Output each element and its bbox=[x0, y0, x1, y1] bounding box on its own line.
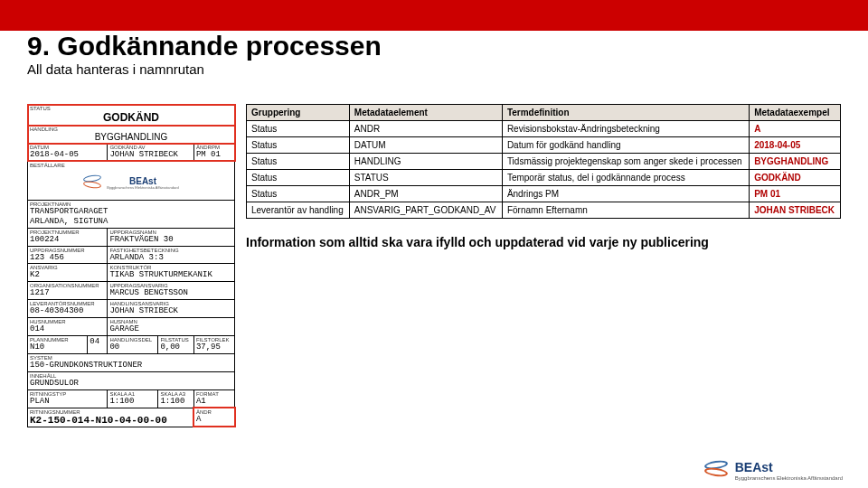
drawing-titleblock: STATUSGODKÄND HANDLINGBYGGHANDLING DATUM… bbox=[27, 104, 235, 427]
table-row: StatusANDRRevisionsbokstav-Ändringsbetec… bbox=[247, 121, 841, 137]
slide-title: 9. Godkännande processen bbox=[27, 31, 841, 61]
beast-logo: BEAstByggbranschens Elektroniska Affärss… bbox=[30, 168, 232, 199]
col-gruppering: Gruppering bbox=[247, 105, 350, 121]
table-row: StatusSTATUSTemporär status, del i godkä… bbox=[247, 170, 841, 186]
table-row: StatusHANDLINGTidsmässig projektegenskap… bbox=[247, 154, 841, 170]
slide-subtitle: All data hanteras i namnrutan bbox=[27, 61, 841, 77]
slide-header: 9. Godkännande processen All data hanter… bbox=[0, 0, 868, 86]
table-row: Leverantör av handlingANSVARIG_PART_GODK… bbox=[247, 202, 841, 219]
info-text: Information som alltid ska vara ifylld o… bbox=[246, 235, 841, 249]
table-row: StatusANDR_PMÄndrings PMPM 01 bbox=[247, 186, 841, 202]
main-content: STATUSGODKÄND HANDLINGBYGGHANDLING DATUM… bbox=[0, 86, 868, 427]
col-exempel: Metadataexempel bbox=[750, 105, 841, 121]
footer-logo: BEAstByggbranschens Elektroniska Affärss… bbox=[703, 459, 843, 481]
table-row: StatusDATUMDatum för godkänd handling201… bbox=[247, 137, 841, 154]
col-element: Metadataelement bbox=[349, 105, 502, 121]
col-termdef: Termdefinition bbox=[502, 105, 749, 121]
beast-icon bbox=[703, 459, 730, 481]
metadata-panel: Gruppering Metadataelement Termdefinitio… bbox=[246, 104, 841, 427]
metadata-table: Gruppering Metadataelement Termdefinitio… bbox=[246, 104, 841, 219]
